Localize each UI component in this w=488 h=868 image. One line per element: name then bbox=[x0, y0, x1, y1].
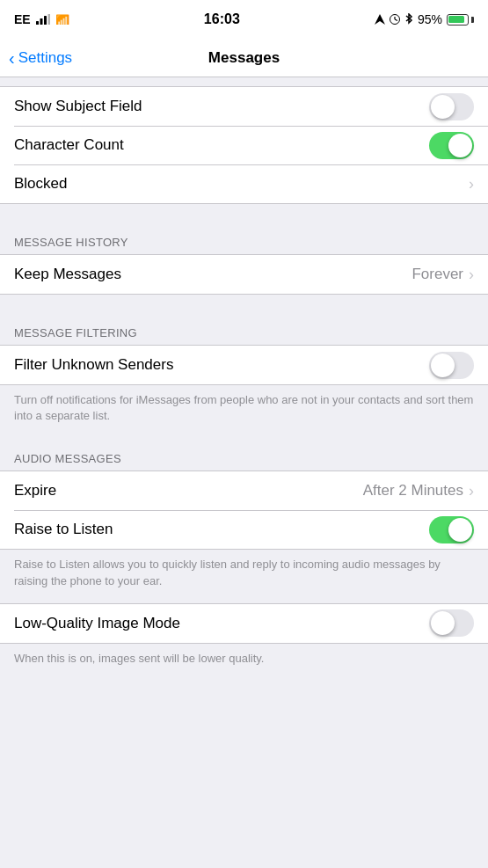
spacer-1 bbox=[0, 204, 488, 222]
chevron-right-icon: › bbox=[469, 266, 474, 282]
status-bar-time: 16:03 bbox=[204, 11, 240, 27]
nav-bar: ‹ Settings Messages bbox=[0, 39, 488, 77]
toggle-thumb bbox=[431, 354, 455, 377]
low-quality-image-mode-label: Low-Quality Image Mode bbox=[14, 615, 429, 632]
back-button[interactable]: ‹ Settings bbox=[9, 49, 72, 67]
expire-value: After 2 Minutes bbox=[363, 482, 463, 500]
carrier-label: EE bbox=[14, 12, 31, 26]
svg-rect-3 bbox=[47, 14, 50, 25]
blocked-label: Blocked bbox=[14, 175, 469, 193]
filter-unknown-senders-label: Filter Unknown Senders bbox=[14, 356, 429, 374]
message-filtering-footer: Turn off notifications for iMessages fro… bbox=[0, 385, 488, 438]
expire-label: Expire bbox=[14, 482, 363, 500]
filter-unknown-senders-row: Filter Unknown Senders bbox=[0, 346, 488, 384]
character-count-toggle[interactable] bbox=[429, 132, 474, 159]
wifi-icon: 📶 bbox=[55, 14, 69, 25]
chevron-right-icon: › bbox=[469, 176, 474, 192]
show-subject-field-label: Show Subject Field bbox=[14, 98, 429, 115]
message-history-header: MESSAGE HISTORY bbox=[0, 222, 488, 254]
sms-settings-section: Show Subject Field Character Count Block… bbox=[0, 86, 488, 204]
image-quality-section: Low-Quality Image Mode bbox=[0, 603, 488, 644]
back-chevron-icon: ‹ bbox=[9, 49, 15, 67]
svg-line-8 bbox=[395, 19, 397, 21]
status-bar-right: 95% bbox=[375, 12, 474, 26]
page-title: Messages bbox=[208, 49, 280, 67]
svg-rect-2 bbox=[44, 16, 47, 25]
alarm-icon bbox=[390, 14, 400, 25]
svg-rect-0 bbox=[36, 21, 39, 25]
low-quality-image-mode-row: Low-Quality Image Mode bbox=[0, 604, 488, 643]
toggle-thumb bbox=[431, 95, 455, 119]
keep-messages-label: Keep Messages bbox=[14, 266, 412, 283]
low-quality-image-mode-toggle[interactable] bbox=[429, 609, 474, 637]
character-count-label: Character Count bbox=[14, 136, 429, 154]
toggle-thumb bbox=[431, 611, 455, 635]
keep-messages-value: Forever bbox=[412, 266, 463, 283]
blocked-row[interactable]: Blocked › bbox=[0, 164, 488, 203]
audio-messages-section: Expire After 2 Minutes › Raise to Listen bbox=[0, 470, 488, 550]
bluetooth-icon bbox=[404, 13, 413, 26]
show-subject-field-row: Show Subject Field bbox=[0, 87, 488, 126]
svg-marker-5 bbox=[375, 14, 385, 25]
image-quality-footer: When this is on, images sent will be low… bbox=[0, 644, 488, 681]
keep-messages-row[interactable]: Keep Messages Forever › bbox=[0, 255, 488, 294]
audio-messages-header: AUDIO MESSAGES bbox=[0, 438, 488, 470]
message-filtering-header: MESSAGE FILTERING bbox=[0, 312, 488, 345]
filter-unknown-senders-toggle[interactable] bbox=[429, 352, 474, 379]
battery-percent-label: 95% bbox=[418, 12, 442, 26]
expire-row[interactable]: Expire After 2 Minutes › bbox=[0, 471, 488, 510]
raise-to-listen-label: Raise to Listen bbox=[14, 521, 429, 538]
svg-text:📶: 📶 bbox=[55, 14, 69, 25]
audio-messages-footer: Raise to Listen allows you to quickly li… bbox=[0, 550, 488, 602]
character-count-row: Character Count bbox=[0, 126, 488, 164]
battery-icon bbox=[447, 14, 474, 26]
location-icon bbox=[375, 14, 385, 25]
raise-to-listen-toggle[interactable] bbox=[429, 516, 474, 543]
status-bar-left: EE 📶 bbox=[14, 12, 69, 26]
back-label: Settings bbox=[18, 49, 72, 67]
status-bar: EE 📶 16:03 95% bbox=[0, 0, 488, 39]
message-history-section: Keep Messages Forever › bbox=[0, 254, 488, 295]
spacer-2 bbox=[0, 295, 488, 312]
show-subject-field-toggle[interactable] bbox=[429, 93, 474, 120]
toggle-thumb bbox=[448, 134, 472, 157]
chevron-right-icon: › bbox=[469, 483, 474, 499]
signal-icon bbox=[36, 14, 50, 25]
raise-to-listen-row: Raise to Listen bbox=[0, 510, 488, 549]
svg-rect-1 bbox=[40, 18, 42, 25]
toggle-thumb bbox=[448, 518, 472, 542]
spacer-top bbox=[0, 77, 488, 86]
message-filtering-section: Filter Unknown Senders bbox=[0, 345, 488, 385]
